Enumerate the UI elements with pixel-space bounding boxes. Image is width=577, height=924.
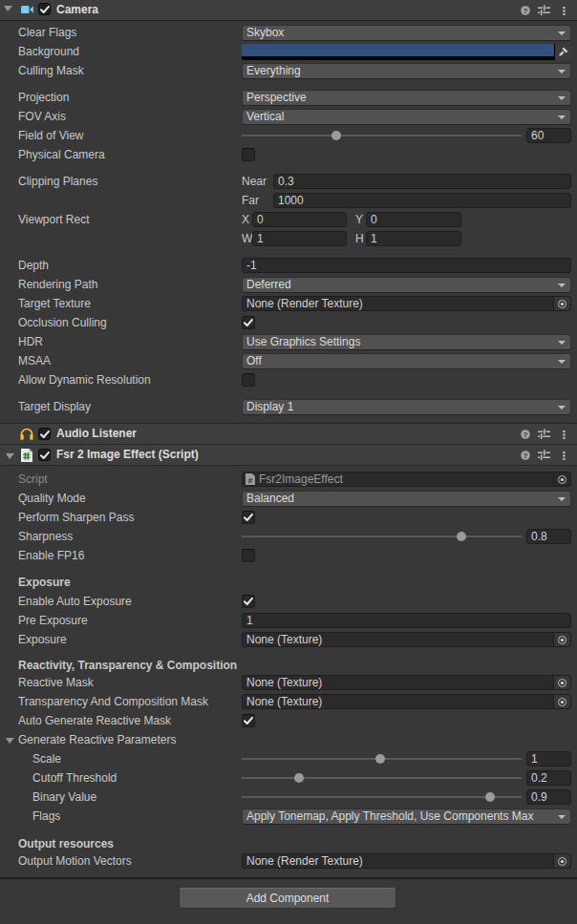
svg-text:#: # [248, 476, 253, 485]
svg-text:?: ? [524, 430, 528, 438]
svg-text:?: ? [524, 6, 528, 14]
svg-text:?: ? [524, 451, 528, 459]
